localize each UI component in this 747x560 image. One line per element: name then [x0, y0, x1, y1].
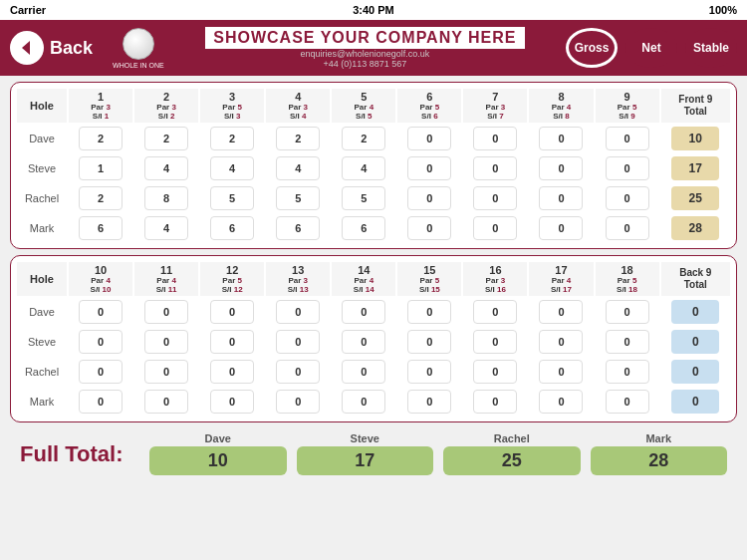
score-cell[interactable]: 2 — [69, 125, 132, 152]
score-cell[interactable]: 0 — [596, 125, 659, 152]
score-cell[interactable]: 4 — [332, 154, 395, 182]
table-row: Mark64666000028 — [17, 214, 730, 242]
score-cell[interactable]: 0 — [596, 358, 659, 386]
score-cell[interactable]: 0 — [266, 358, 330, 386]
score-cell[interactable]: 5 — [332, 184, 395, 212]
score-cell[interactable]: 0 — [134, 358, 198, 386]
net-button[interactable]: Net — [625, 28, 677, 68]
player-total-value: 17 — [297, 446, 434, 475]
score-cell[interactable]: 2 — [200, 125, 264, 152]
back9-total-cell: 0 — [661, 388, 730, 416]
back-arrow-icon — [10, 31, 44, 65]
score-cell[interactable]: 4 — [134, 154, 198, 182]
score-cell[interactable]: 6 — [69, 214, 132, 242]
h3-header: 3 Par 5 S/I 3 — [200, 89, 264, 123]
h6-header: 6 Par 5 S/I 6 — [397, 89, 461, 123]
score-cell[interactable]: 6 — [266, 214, 330, 242]
player-total-value: 10 — [149, 446, 287, 475]
battery-label: 100% — [709, 4, 737, 16]
score-cell[interactable]: 0 — [529, 388, 593, 416]
h1-header: 1 Par 3 S/I 1 — [69, 89, 132, 123]
nav-buttons: Gross Net Stable — [566, 28, 737, 68]
back-button[interactable]: Back — [10, 31, 93, 65]
score-cell[interactable]: 0 — [397, 388, 461, 416]
stable-button[interactable]: Stable — [685, 28, 737, 68]
score-cell[interactable]: 0 — [529, 125, 593, 152]
back9-total-cell: 0 — [661, 328, 730, 356]
score-cell[interactable]: 0 — [134, 298, 198, 326]
h5-header: 5 Par 4 S/I 5 — [332, 89, 395, 123]
score-cell[interactable]: 4 — [200, 154, 264, 182]
score-cell[interactable]: 0 — [69, 388, 132, 416]
score-cell[interactable]: 0 — [529, 298, 593, 326]
score-cell[interactable]: 0 — [69, 358, 132, 386]
score-cell[interactable]: 0 — [596, 214, 659, 242]
score-cell[interactable]: 0 — [397, 214, 461, 242]
score-cell[interactable]: 0 — [200, 358, 264, 386]
player-name: Steve — [17, 328, 67, 356]
score-cell[interactable]: 2 — [266, 125, 330, 152]
score-cell[interactable]: 4 — [134, 214, 198, 242]
score-cell[interactable]: 0 — [134, 388, 198, 416]
score-cell[interactable]: 0 — [596, 154, 659, 182]
score-cell[interactable]: 8 — [134, 184, 198, 212]
score-cell[interactable]: 0 — [463, 125, 527, 152]
score-cell[interactable]: 0 — [397, 358, 461, 386]
score-cell[interactable]: 0 — [529, 154, 593, 182]
h7-header: 7 Par 3 S/I 7 — [463, 89, 527, 123]
score-cell[interactable]: 0 — [397, 328, 461, 356]
score-cell[interactable]: 0 — [332, 298, 395, 326]
score-cell[interactable]: 0 — [397, 184, 461, 212]
score-cell[interactable]: 0 — [463, 388, 527, 416]
score-cell[interactable]: 0 — [332, 358, 395, 386]
back9-total-cell: 0 — [661, 358, 730, 386]
player-name: Dave — [17, 298, 67, 326]
score-cell[interactable]: 0 — [529, 358, 593, 386]
score-cell[interactable]: 0 — [463, 184, 527, 212]
score-cell[interactable]: 5 — [266, 184, 330, 212]
score-cell[interactable]: 0 — [596, 184, 659, 212]
score-cell[interactable]: 0 — [596, 388, 659, 416]
score-cell[interactable]: 0 — [596, 298, 659, 326]
h9-header: 9 Par 5 S/I 9 — [596, 89, 659, 123]
front9-table: Hole 1 Par 3 S/I 1 2 Par 3 S/I 2 3 — [15, 87, 732, 244]
score-cell[interactable]: 0 — [529, 184, 593, 212]
score-cell[interactable]: 0 — [332, 388, 395, 416]
score-cell[interactable]: 4 — [266, 154, 330, 182]
score-cell[interactable]: 0 — [463, 298, 527, 326]
score-cell[interactable]: 6 — [200, 214, 264, 242]
score-cell[interactable]: 0 — [397, 298, 461, 326]
score-cell[interactable]: 0 — [463, 328, 527, 356]
score-cell[interactable]: 6 — [332, 214, 395, 242]
gross-button[interactable]: Gross — [566, 28, 618, 68]
score-cell[interactable]: 0 — [266, 328, 330, 356]
score-cell[interactable]: 0 — [134, 328, 198, 356]
score-cell[interactable]: 2 — [134, 125, 198, 152]
score-cell[interactable]: 0 — [529, 328, 593, 356]
score-cell[interactable]: 0 — [463, 214, 527, 242]
table-row: Rachel28555000025 — [17, 184, 730, 212]
score-cell[interactable]: 0 — [397, 154, 461, 182]
score-cell[interactable]: 5 — [200, 184, 264, 212]
score-cell[interactable]: 0 — [69, 328, 132, 356]
score-cell[interactable]: 2 — [69, 184, 132, 212]
score-cell[interactable]: 0 — [529, 214, 593, 242]
score-cell[interactable]: 0 — [200, 298, 264, 326]
score-cell[interactable]: 0 — [69, 298, 132, 326]
score-cell[interactable]: 0 — [463, 358, 527, 386]
status-bar: Carrier 3:40 PM 100% — [0, 0, 747, 20]
score-cell[interactable]: 0 — [596, 328, 659, 356]
score-cell[interactable]: 2 — [332, 125, 395, 152]
h12-header: 12 Par 5 S/I 12 — [200, 262, 264, 296]
company-phone: +44 (0)113 8871 567 — [174, 59, 556, 69]
score-cell[interactable]: 0 — [332, 328, 395, 356]
full-total-label: Full Total: — [20, 441, 139, 467]
score-cell[interactable]: 0 — [200, 388, 264, 416]
score-cell[interactable]: 0 — [266, 298, 330, 326]
score-cell[interactable]: 0 — [397, 125, 461, 152]
score-cell[interactable]: 0 — [463, 154, 527, 182]
score-cell[interactable]: 1 — [69, 154, 132, 182]
score-cell[interactable]: 0 — [266, 388, 330, 416]
h8-header: 8 Par 4 S/I 8 — [529, 89, 593, 123]
score-cell[interactable]: 0 — [200, 328, 264, 356]
